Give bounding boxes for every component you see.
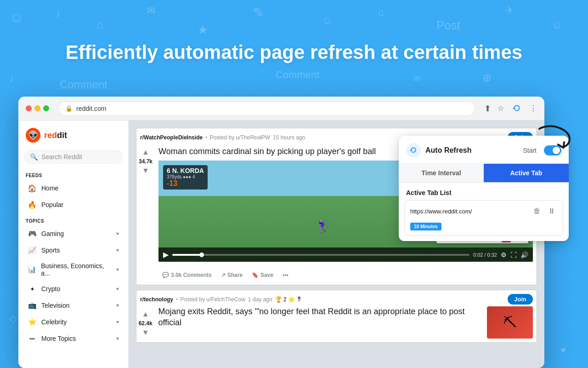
topics-label: TOPICS <box>18 213 128 225</box>
more-options-button[interactable]: ••• <box>279 269 292 281</box>
gaming-label: Gaming <box>41 230 64 237</box>
minecraft-icon: ⛏ <box>503 315 517 330</box>
business-icon: 📊 <box>28 265 36 274</box>
gaming-icon: 🎮 <box>28 229 37 238</box>
post1-meta: r/WatchPeopleDieInside • Posted by u/The… <box>140 134 305 141</box>
doodle-icon: ☺ <box>9 9 24 26</box>
save-button[interactable]: 🔖 Save <box>248 269 277 281</box>
doodle-icon: Comment <box>276 69 319 81</box>
reddit-logo-text: reddit <box>44 131 67 140</box>
active-tab-url-row: https://www.reddit.com/ 🗑 ⏸ <box>405 201 563 222</box>
sidebar-search[interactable]: 🔍 Search Reddit <box>24 150 123 164</box>
auto-refresh-popup: Auto Refresh Start Time Interval Active … <box>399 136 569 241</box>
lock-icon: 🔒 <box>65 105 73 112</box>
post2-downvote-button[interactable]: ▼ <box>142 328 149 337</box>
tab-time-interval[interactable]: Time Interval <box>399 164 484 182</box>
address-bar[interactable]: 🔒 reddit.com <box>58 101 475 116</box>
search-icon-small: 🔍 <box>30 153 38 161</box>
sidebar-item-more-topics[interactable]: ••• More Topics ▾ <box>20 330 126 347</box>
auto-refresh-ext-icon[interactable] <box>510 102 523 115</box>
popup-title: Auto Refresh <box>425 146 518 155</box>
doodle-icon: ⊕ <box>482 71 492 84</box>
post1-footer: 💬 3.0k Comments ↗ Share 🔖 Save ••• <box>136 265 537 285</box>
sidebar-item-home[interactable]: 🏠 Home <box>20 180 126 196</box>
reddit-text-red: red <box>44 131 57 140</box>
popup-start-label: Start <box>523 147 537 154</box>
post2-dot: • <box>176 297 178 302</box>
doodle-icon: ♫ <box>377 7 384 19</box>
sidebar-item-business[interactable]: 📊 Business, Economics, a... ▾ <box>20 259 126 281</box>
reddit-logo: 👽 reddit <box>18 121 128 150</box>
minutes-badge: 10 Minutes <box>410 223 441 230</box>
celebrity-icon: ⭐ <box>28 317 37 327</box>
video-controls-bar[interactable]: ▶ 0:02 / 0:32 ⚙ ⛶ 🔊 <box>158 247 533 262</box>
post2-upvote-button[interactable]: ▲ <box>142 310 149 318</box>
doodle-icon: ☺ <box>322 14 333 27</box>
post2-subreddit[interactable]: r/technology <box>140 296 173 303</box>
popup-tabs: Time Interval Active Tab <box>399 164 569 183</box>
comments-count: 3.0k Comments <box>171 272 212 278</box>
feeds-label: FEEDS <box>18 167 128 180</box>
browser-dot-yellow <box>34 105 40 111</box>
reddit-logo-icon: 👽 <box>26 128 40 143</box>
popup-header: Auto Refresh Start <box>399 136 569 164</box>
save-icon: 🔖 <box>252 272 259 278</box>
sidebar-item-popular[interactable]: 🔥 Popular <box>20 196 126 213</box>
browser-dot-red <box>26 105 32 111</box>
chevron-down-icon: ▾ <box>116 302 119 309</box>
doodle-icon: Comment <box>60 78 107 91</box>
volume-icon[interactable]: 🔊 <box>520 251 528 259</box>
browser-dot-green <box>43 105 49 111</box>
score-corner: 6 N. KORDA 378yds ●●● 4 -13 <box>163 165 208 190</box>
chevron-down-icon: ▾ <box>116 286 119 292</box>
settings-icon[interactable]: ⚙ <box>501 251 507 259</box>
post2-text-body: Mojang exits Reddit, says '"no longer fe… <box>158 306 483 339</box>
share-arrow-icon: ↗ <box>221 272 226 278</box>
delete-tab-button[interactable]: 🗑 <box>531 205 543 217</box>
television-label: Television <box>41 302 69 309</box>
celebrity-label: Celebrity <box>41 318 67 326</box>
post2-submitter: Posted by u/FetchTheCow <box>181 296 245 303</box>
chevron-down-icon: ▾ <box>116 319 119 325</box>
menu-dots-icon[interactable]: ⋮ <box>530 104 537 113</box>
more-topics-label: More Topics <box>41 335 76 342</box>
chevron-down-icon: ▾ <box>116 335 119 342</box>
time-display: 0:02 / 0:32 <box>473 252 497 258</box>
sidebar-item-sports[interactable]: 📈 Sports ▾ <box>20 242 126 259</box>
bookmark-icon[interactable]: ☆ <box>498 104 504 113</box>
doodle-icon: ✈ <box>505 5 514 17</box>
post1-subreddit[interactable]: r/WatchPeopleDieInside <box>140 134 203 141</box>
chevron-down-icon: ▾ <box>116 230 119 237</box>
comments-button[interactable]: 💬 3.0k Comments <box>158 269 215 281</box>
pause-tab-button[interactable]: ⏸ <box>546 205 557 217</box>
popular-label: Popular <box>41 201 63 208</box>
sidebar-item-celebrity[interactable]: ⭐ Celebrity ▾ <box>20 314 126 330</box>
popup-toggle-switch[interactable] <box>544 145 561 155</box>
doodle-icon: ✉ <box>413 74 420 84</box>
sidebar-item-crypto[interactable]: ✦ Crypto ▾ <box>20 281 126 297</box>
post-card-2: r/technology • Posted by u/FetchTheCow 1… <box>136 290 537 343</box>
post1-dot: • <box>205 135 207 140</box>
tab-active-tab[interactable]: Active Tab <box>484 164 569 182</box>
doodle-icon: ✎ <box>253 5 264 21</box>
sidebar-item-gaming[interactable]: 🎮 Gaming ▾ <box>20 225 126 242</box>
home-icon: 🏠 <box>28 184 37 193</box>
sports-icon: 📈 <box>28 246 37 255</box>
search-placeholder-text: Search Reddit <box>41 153 82 161</box>
play-button[interactable]: ▶ <box>163 250 169 259</box>
doodle-icon: ✉ <box>147 5 155 17</box>
post1-upvote-button[interactable]: ▲ <box>142 148 149 156</box>
doodle-icon: ♪ <box>9 74 14 84</box>
share-button[interactable]: ↗ Share <box>217 269 246 281</box>
share-icon[interactable]: ⬆ <box>484 104 491 114</box>
post1-downvote-button[interactable]: ▼ <box>142 167 149 175</box>
post2-join-button[interactable]: Join <box>508 294 533 305</box>
fullscreen-icon[interactable]: ⛶ <box>510 251 517 259</box>
address-text: reddit.com <box>76 105 106 112</box>
popular-icon: 🔥 <box>28 200 37 209</box>
sidebar-item-television[interactable]: 📺 Television ▾ <box>20 297 126 314</box>
hero-title: Efficiently automatic page refresh at ce… <box>0 41 588 63</box>
progress-bar[interactable] <box>172 254 469 256</box>
browser-chrome: 🔒 reddit.com ⬆ ☆ ⋮ <box>18 97 544 121</box>
post2-awards: 🏆 2 🌟 🎖 <box>275 296 302 303</box>
